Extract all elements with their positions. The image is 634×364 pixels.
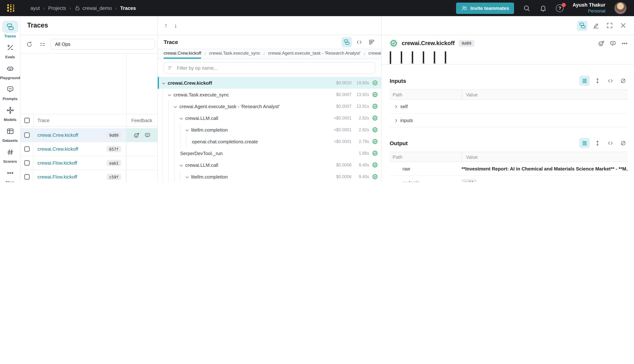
chevron-down-icon[interactable] — [186, 175, 189, 178]
detail-tab[interactable] — [390, 51, 391, 64]
expand-rows-icon[interactable] — [592, 76, 602, 86]
invite-teammates-button[interactable]: Invite teammates — [456, 2, 514, 14]
sidebar-item-datasets[interactable]: Datasets — [2, 125, 18, 142]
code-view-icon[interactable] — [605, 76, 615, 86]
hide-values-icon[interactable] — [618, 76, 628, 86]
chevron-down-icon[interactable] — [168, 93, 171, 96]
notifications-bell-icon[interactable] — [539, 4, 547, 12]
value-column-header: Value — [462, 152, 628, 162]
detail-tab[interactable] — [412, 51, 413, 64]
trace-list-row[interactable]: crewai.Flow.kickoff eab1 — [21, 156, 157, 170]
path-tab-agent-execute[interactable]: crewai.Agent.execute_task - 'Research An… — [268, 49, 361, 59]
trace-link[interactable]: crewai.Crew.kickoff — [38, 132, 78, 138]
output-row-raw[interactable]: raw **Investment Report: AI in Chemical … — [390, 162, 628, 176]
code-view-toggle[interactable] — [354, 37, 364, 47]
output-view-toggles — [579, 138, 628, 148]
trace-tree-row[interactable]: crewai.LLM.call $0.0006 9.40s — [158, 159, 381, 171]
success-status-icon — [372, 162, 378, 168]
row-checkbox[interactable] — [24, 160, 30, 166]
breadcrumb-traces[interactable]: Traces — [120, 5, 136, 11]
chevron-down-icon[interactable] — [162, 82, 165, 84]
success-status-icon — [372, 150, 378, 156]
add-reaction-icon[interactable] — [133, 132, 140, 138]
trace-list-row[interactable]: crewai.Flow.kickoff c59f — [21, 170, 157, 182]
chevron-down-icon[interactable] — [186, 128, 189, 132]
sidebar-item-models[interactable]: Models — [2, 104, 18, 122]
breadcrumb-entity[interactable]: ayut — [31, 5, 40, 11]
output-row-pydantic[interactable]: pydantic null — [390, 176, 628, 182]
row-checkbox[interactable] — [24, 174, 30, 180]
chevron-down-icon[interactable] — [180, 116, 183, 120]
fullscreen-icon[interactable] — [604, 20, 614, 30]
refresh-icon[interactable] — [24, 39, 35, 49]
row-checkbox[interactable] — [24, 132, 30, 138]
help-icon[interactable]: ? — [556, 4, 564, 12]
avatar[interactable] — [614, 2, 627, 14]
path-tab-llm-call[interactable]: crewai.LLM.cal — [368, 49, 381, 59]
op-name-filter-input[interactable] — [177, 65, 371, 70]
input-row-inputs[interactable]: inputs — [390, 114, 628, 128]
select-all-checkbox[interactable] — [24, 118, 30, 123]
traces-toolbar: All Ops — [21, 35, 157, 54]
edit-pencil-icon[interactable] — [591, 20, 601, 30]
chevron-down-icon[interactable] — [174, 105, 177, 108]
user-scope[interactable]: Personal — [572, 8, 605, 14]
trace-tree-row[interactable]: crewai.Agent.execute_task - 'Research An… — [158, 100, 381, 112]
expand-rows-icon[interactable] — [592, 138, 602, 148]
trace-tree-row[interactable]: crewai.LLM.call <$0.0001 2.82s — [158, 112, 381, 124]
row-checkbox[interactable] — [24, 146, 30, 152]
comment-icon[interactable] — [609, 40, 616, 47]
trace-tree-row[interactable]: crewai.Crew.kickoff $0.0010 19.83s — [158, 77, 381, 89]
hide-values-icon[interactable] — [618, 138, 628, 148]
ops-filter-select[interactable]: All Ops — [51, 39, 155, 50]
path-tab-task-execute[interactable]: crewai.Task.execute_sync — [209, 49, 260, 59]
close-icon[interactable] — [618, 20, 628, 30]
more-menu-icon[interactable] — [621, 40, 628, 47]
op-cost: $0.0006 — [327, 163, 352, 167]
chevron-down-icon[interactable] — [180, 164, 183, 166]
trace-tree-row[interactable]: openai.chat.completions.create <$0.0001 … — [158, 136, 381, 147]
sidebar-item-scorers[interactable]: Scorers — [2, 146, 18, 164]
trace-tree-row[interactable]: litellm.completion <$0.0001 2.82s — [158, 124, 381, 136]
breadcrumb-project[interactable]: crewai_demo — [74, 5, 112, 11]
sidebar-item-evals[interactable]: Evals — [2, 42, 18, 59]
call-actions — [598, 40, 628, 47]
sidebar-item-playground[interactable]: Playground — [0, 62, 20, 80]
chevron-right-icon[interactable] — [394, 119, 397, 122]
detail-tab[interactable] — [401, 51, 402, 64]
trace-view-icon[interactable] — [577, 20, 587, 30]
sidebar-item-prompts[interactable]: Prompts — [2, 83, 18, 101]
column-filter-icon[interactable] — [38, 39, 48, 49]
detail-tab[interactable] — [423, 51, 424, 64]
indent-guides — [163, 147, 180, 159]
code-view-icon[interactable] — [605, 138, 615, 148]
comment-icon[interactable] — [144, 132, 151, 138]
list-view-icon[interactable] — [579, 76, 590, 86]
flame-graph-view-toggle[interactable] — [367, 37, 377, 47]
trace-link[interactable]: crewai.Flow.kickoff — [38, 160, 77, 166]
trace-list-row[interactable]: crewai.Crew.kickoff 9d89 — [21, 128, 157, 142]
path-tab-crew-kickoff[interactable]: crewai.Crew.kickoff — [164, 49, 201, 59]
prev-call-arrow-icon[interactable]: ↑ — [164, 22, 167, 29]
sidebar-item-traces[interactable]: Traces — [2, 20, 18, 38]
sidebar-item-more[interactable]: More — [2, 167, 18, 182]
list-view-icon[interactable] — [579, 138, 590, 148]
search-icon[interactable] — [523, 4, 531, 12]
breadcrumb-projects[interactable]: Projects — [48, 5, 66, 11]
tree-view-toggle[interactable] — [342, 37, 352, 47]
add-reaction-icon[interactable] — [598, 40, 605, 47]
next-call-arrow-icon[interactable]: ↓ — [174, 22, 177, 29]
trace-tree-row[interactable]: SerperDevTool._run 1.66s — [158, 147, 381, 159]
traces-icon — [2, 20, 18, 33]
trace-list-row[interactable]: crewai.Crew.kickoff 657f — [21, 142, 157, 156]
chevron-right-icon[interactable] — [394, 105, 397, 108]
wandb-logo[interactable] — [6, 3, 16, 13]
input-row-self[interactable]: self — [390, 100, 628, 114]
trace-link[interactable]: crewai.Flow.kickoff — [38, 174, 77, 180]
detail-tab[interactable] — [445, 51, 446, 64]
trace-link[interactable]: crewai.Crew.kickoff — [38, 146, 78, 152]
trace-tree-row[interactable]: crewai.Task.execute_sync $0.0007 13.92s — [158, 89, 381, 100]
detail-tab[interactable] — [434, 51, 435, 64]
raw-output-value: **Investment Report: AI in Chemical and … — [462, 166, 628, 172]
trace-tree-row[interactable]: litellm.completion $0.0006 9.40s — [158, 171, 381, 182]
